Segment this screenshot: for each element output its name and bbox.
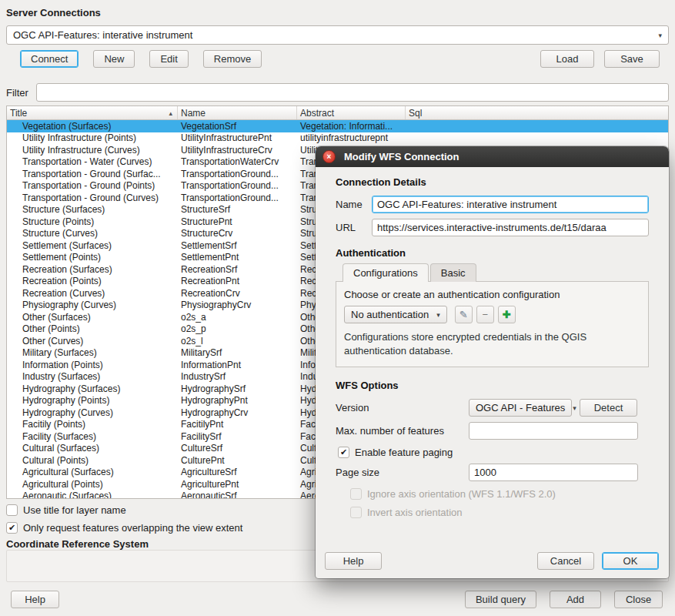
version-label: Version [336,402,469,413]
checkbox-icon [350,488,362,500]
minus-icon: − [482,309,488,320]
enable-paging-checkbox[interactable]: Enable feature paging [338,447,649,458]
cell-title: Recreation (Points) [7,276,178,286]
name-field[interactable] [372,196,649,213]
cell-name: AeronauticSrf [178,490,297,499]
tab-configurations[interactable]: Configurations [343,263,429,282]
cell-title: Recreation (Surfaces) [7,264,178,275]
save-button[interactable]: Save [604,50,660,68]
column-header-name[interactable]: Name [178,106,297,119]
cell-name: VegetationSrf [178,121,297,132]
checkbox-checked-icon [338,447,349,458]
close-button[interactable]: Close [614,591,663,608]
cell-name: UtilityInfrastructureCrv [178,145,297,156]
cell-title: Physiography (Curves) [7,300,178,310]
close-icon[interactable]: × [322,150,336,163]
url-label: URL [336,222,372,233]
cell-name: CulturePnt [178,455,297,466]
filter-label: Filter [6,87,28,99]
cell-name: SettlementSrf [178,240,297,251]
ignore-axis-label: Ignore axis orientation (WFS 1.1/WFS 2.0… [367,488,556,500]
help-button[interactable]: Help [11,591,59,608]
connection-select-value: OGC API-Features: interative instrument [13,29,192,41]
cell-name: TransportationGround... [178,180,297,191]
edit-button[interactable]: Edit [149,50,188,68]
sort-ascending-icon: ▴ [169,109,172,117]
remove-button[interactable]: Remove [203,50,262,68]
add-auth-button[interactable]: ✚ [498,306,516,323]
cell-name: AgricultureSrf [178,467,297,477]
load-button[interactable]: Load [540,50,594,68]
cell-title: Utility Infrastructure (Curves) [7,145,178,156]
column-header-sql[interactable]: Sql [406,106,668,119]
detect-button[interactable]: Detect [580,399,637,417]
cell-title: Hydrography (Curves) [7,407,178,418]
cell-title: Military (Surfaces) [7,347,178,358]
cell-title: Recreation (Curves) [7,288,178,299]
connect-button[interactable]: Connect [20,50,79,68]
enable-paging-label: Enable feature paging [355,447,453,458]
connection-select[interactable]: OGC API-Features: interative instrument … [6,25,669,45]
cell-title: Transportation - Ground (Points) [7,180,178,191]
load-save-actions: Load Save [540,50,660,68]
table-header: Title ▴ Name Abstract Sql [7,106,668,120]
auth-configurations-panel: Choose or create an authentication confi… [336,281,649,367]
table-row[interactable]: Utility Infrastructure (Points)UtilityIn… [7,132,668,145]
url-row: URL [336,219,649,236]
checkbox-icon [350,507,362,518]
cell-name: StructurePnt [178,216,297,227]
dialog-footer: Help Cancel OK [325,552,659,570]
max-features-field[interactable] [469,422,638,440]
ok-button[interactable]: OK [602,552,659,570]
page-size-field[interactable] [469,464,638,481]
cell-name: TransportationGround... [178,169,297,179]
main-footer-actions: Build query Add Close [465,591,663,608]
page-title: Server Connections [6,7,101,18]
cell-name: o2s_a [178,312,297,323]
name-row: Name [336,196,649,213]
column-header-title[interactable]: Title ▴ [7,106,178,119]
view-extent-checkbox-label: Only request features overlapping the vi… [23,522,242,534]
tab-basic[interactable]: Basic [430,263,476,282]
auth-config-select-value: No authentication [351,309,429,320]
crs-section-title: Coordinate Reference System [6,538,149,550]
remove-auth-button[interactable]: − [476,306,494,323]
column-header-abstract[interactable]: Abstract [297,106,406,119]
connection-actions: Connect New Edit Remove [20,50,262,68]
cell-name: UtilityInfrastructurePnt [178,132,297,143]
page-size-label: Page size [336,467,469,478]
cancel-button[interactable]: Cancel [537,552,594,570]
auth-note: Configurations store encrypted credentia… [344,330,638,357]
view-extent-checkbox[interactable]: Only request features overlapping the vi… [6,522,242,534]
cell-name: TransportationGround... [178,192,297,203]
cell-name: InformationPnt [178,360,297,370]
add-button[interactable]: Add [550,591,601,608]
cell-title: Structure (Surfaces) [7,204,178,215]
build-query-button[interactable]: Build query [465,591,536,608]
version-row: Version OGC API - Features ▾ Detect [336,399,649,417]
cell-title: Structure (Curves) [7,228,178,239]
cell-title: Structure (Points) [7,216,178,227]
edit-auth-button[interactable]: ✎ [455,306,473,323]
version-select[interactable]: OGC API - Features ▾ [469,399,572,417]
cell-name: o2s_p [178,323,297,334]
dialog-title: Modify WFS Connection [344,151,459,162]
cell-title: Other (Points) [7,323,178,334]
cell-title: Information (Points) [7,360,178,370]
dialog-help-button[interactable]: Help [325,552,382,570]
cell-name: HydrographyPnt [178,395,297,406]
url-field[interactable] [372,219,649,236]
cell-name: RecreationCrv [178,288,297,299]
cell-name: HydrographyCrv [178,407,297,418]
filter-input[interactable] [36,83,669,102]
new-button[interactable]: New [93,50,135,68]
auth-controls: No authentication ▾ ✎ − ✚ [344,306,640,323]
dialog-titlebar[interactable]: × Modify WFS Connection [316,146,669,167]
cell-title: Other (Curves) [7,336,178,346]
cell-name: RecreationSrf [178,264,297,275]
auth-config-select[interactable]: No authentication ▾ [344,306,447,323]
modify-wfs-connection-dialog: × Modify WFS Connection Connection Detai… [316,146,669,578]
table-row[interactable]: Vegetation (Surfaces)VegetationSrfVegeta… [7,120,668,132]
use-title-checkbox[interactable]: Use title for layer name [6,504,126,516]
cell-title: Industry (Surfaces) [7,371,178,382]
